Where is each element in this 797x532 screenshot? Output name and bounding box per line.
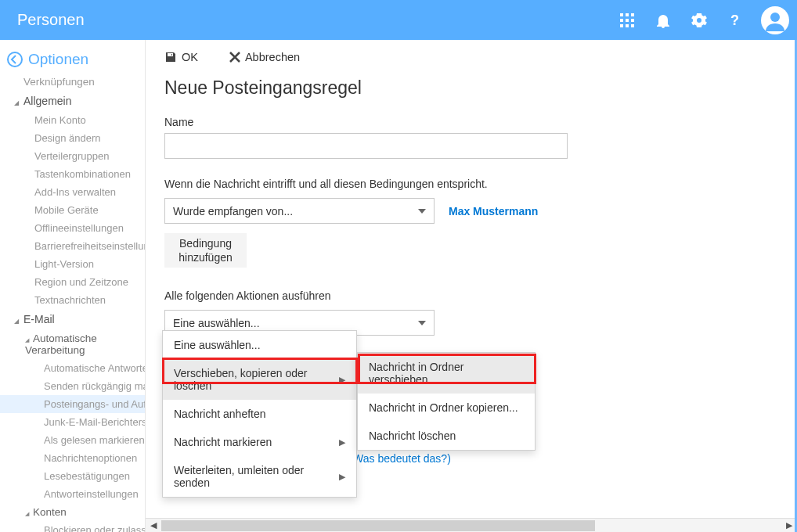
- sidebar-item-account[interactable]: Mein Konto: [0, 111, 145, 129]
- gear-icon[interactable]: [681, 0, 717, 40]
- sidebar-item-light[interactable]: Light-Version: [0, 255, 145, 273]
- no-more-rules-hint[interactable]: (Was bedeutet das?): [349, 452, 450, 465]
- sidebar-section-auto[interactable]: Automatische Verarbeitung: [0, 329, 145, 359]
- page-title: Neue Posteingangsregel: [164, 77, 778, 99]
- close-icon: [229, 52, 240, 63]
- menu-item-mark[interactable]: Nachricht markieren▶: [163, 428, 356, 456]
- sidebar-item-addins[interactable]: Add-Ins verwalten: [0, 183, 145, 201]
- sidebar-section-general[interactable]: Allgemein: [0, 91, 145, 111]
- sidebar-item-block[interactable]: Blockieren oder zulassen: [0, 521, 145, 532]
- condition-row: Wurde empfangen von... Max Mustermann: [164, 198, 778, 224]
- top-bar: Personen ?: [0, 0, 797, 40]
- sidebar-item-text[interactable]: Textnachrichten: [0, 291, 145, 309]
- svg-rect-8: [631, 24, 634, 27]
- sidebar-item-replyset[interactable]: Antworteinstellungen: [0, 485, 145, 503]
- chevron-down-icon: [418, 321, 426, 325]
- bell-icon[interactable]: [645, 0, 681, 40]
- apps-icon[interactable]: [609, 0, 645, 40]
- scroll-left-icon[interactable]: ◀: [147, 520, 160, 530]
- sidebar-item-inboxrules[interactable]: Posteingangs- und Aufräumregeln: [0, 395, 145, 413]
- sidebar-item-keyboard[interactable]: Tastenkombinationen: [0, 165, 145, 183]
- menu-item-pin[interactable]: Nachricht anheften: [163, 400, 356, 428]
- person-link[interactable]: Max Mustermann: [449, 205, 538, 217]
- chevron-down-icon: [418, 209, 426, 214]
- sidebar-item-undosend[interactable]: Senden rückgängig machen: [0, 377, 145, 395]
- condition-dropdown[interactable]: Wurde empfangen von...: [164, 198, 435, 224]
- action-submenu: Nachricht in Ordner verschieben... Nachr…: [357, 352, 536, 451]
- svg-rect-1: [626, 13, 629, 16]
- actions-label: Alle folgenden Aktionen ausführen: [164, 289, 778, 302]
- action-menu: Eine auswählen... Verschieben, kopieren …: [162, 330, 357, 498]
- svg-point-11: [8, 52, 22, 66]
- scroll-thumb[interactable]: [161, 520, 595, 531]
- sidebar-item-region[interactable]: Region und Zeitzone: [0, 273, 145, 291]
- ok-label: OK: [182, 51, 198, 63]
- sidebar-section-accounts[interactable]: Konten: [0, 503, 145, 521]
- cancel-button[interactable]: Abbrechen: [229, 51, 300, 63]
- sidebar-item-offline[interactable]: Offlineeinstellungen: [0, 219, 145, 237]
- chevron-right-icon: ▶: [339, 437, 345, 448]
- svg-rect-7: [626, 24, 629, 27]
- svg-rect-2: [631, 13, 634, 16]
- sidebar-item-shortcuts[interactable]: Verknüpfungen: [0, 73, 145, 91]
- options-header[interactable]: Optionen: [0, 46, 145, 73]
- sidebar-item-groups[interactable]: Verteilergruppen: [0, 147, 145, 165]
- sidebar-section-email[interactable]: E-Mail: [0, 309, 145, 329]
- app-title: Personen: [0, 11, 85, 29]
- sidebar-item-msgopts[interactable]: Nachrichtenoptionen: [0, 449, 145, 467]
- scroll-right-icon[interactable]: ▶: [783, 520, 795, 530]
- sidebar-item-readrec[interactable]: Lesebestätigungen: [0, 467, 145, 485]
- sidebar-item-markread[interactable]: Als gelesen markieren: [0, 431, 145, 449]
- avatar[interactable]: [761, 6, 789, 34]
- name-input[interactable]: [164, 133, 568, 159]
- svg-point-10: [770, 13, 780, 22]
- condition-dropdown-value: Wurde empfangen von...: [173, 205, 293, 217]
- chevron-right-icon: ▶: [339, 472, 345, 482]
- add-condition-button[interactable]: Bedingung hinzufügen: [164, 233, 247, 268]
- toolbar: OK Abbrechen: [164, 51, 778, 63]
- name-label: Name: [164, 116, 778, 128]
- ok-button[interactable]: OK: [164, 51, 198, 63]
- sidebar-item-theme[interactable]: Design ändern: [0, 129, 145, 147]
- menu-item-forward[interactable]: Weiterleiten, umleiten oder senden▶: [163, 456, 356, 497]
- submenu-item-move-folder[interactable]: Nachricht in Ordner verschieben...: [358, 353, 535, 394]
- options-header-label: Optionen: [28, 51, 88, 68]
- sidebar-item-mobile[interactable]: Mobile Geräte: [0, 201, 145, 219]
- chevron-right-icon: ▶: [339, 375, 345, 385]
- sidebar-item-accessibility[interactable]: Barrierefreiheitseinstellungen: [0, 237, 145, 255]
- topbar-actions: ?: [609, 0, 797, 40]
- conditions-label: Wenn die Nachricht eintrifft und all die…: [164, 178, 778, 190]
- svg-rect-3: [620, 19, 623, 22]
- submenu-item-copy-folder[interactable]: Nachricht in Ordner kopieren...: [358, 394, 535, 422]
- sidebar-item-junk[interactable]: Junk-E-Mail-Berichterstattung: [0, 413, 145, 431]
- horizontal-scrollbar[interactable]: ◀ ▶: [146, 518, 797, 532]
- svg-rect-4: [626, 19, 629, 22]
- save-icon: [164, 51, 177, 63]
- sidebar: Optionen Verknüpfungen Allgemein Mein Ko…: [0, 40, 146, 532]
- help-icon[interactable]: ?: [717, 0, 753, 40]
- svg-text:?: ?: [730, 13, 739, 27]
- svg-rect-5: [631, 19, 634, 22]
- submenu-item-delete[interactable]: Nachricht löschen: [358, 422, 535, 450]
- action-dropdown-value: Eine auswählen...: [173, 317, 260, 329]
- actions-section: Alle folgenden Aktionen ausführen Eine a…: [164, 289, 778, 336]
- sidebar-item-autoreply[interactable]: Automatische Antworten: [0, 359, 145, 377]
- menu-item-select[interactable]: Eine auswählen...: [163, 331, 356, 359]
- menu-item-move[interactable]: Verschieben, kopieren oder löschen▶: [163, 359, 356, 400]
- svg-rect-0: [620, 13, 623, 16]
- scroll-track[interactable]: [161, 520, 781, 531]
- svg-rect-6: [620, 24, 623, 27]
- cancel-label: Abbrechen: [245, 51, 300, 63]
